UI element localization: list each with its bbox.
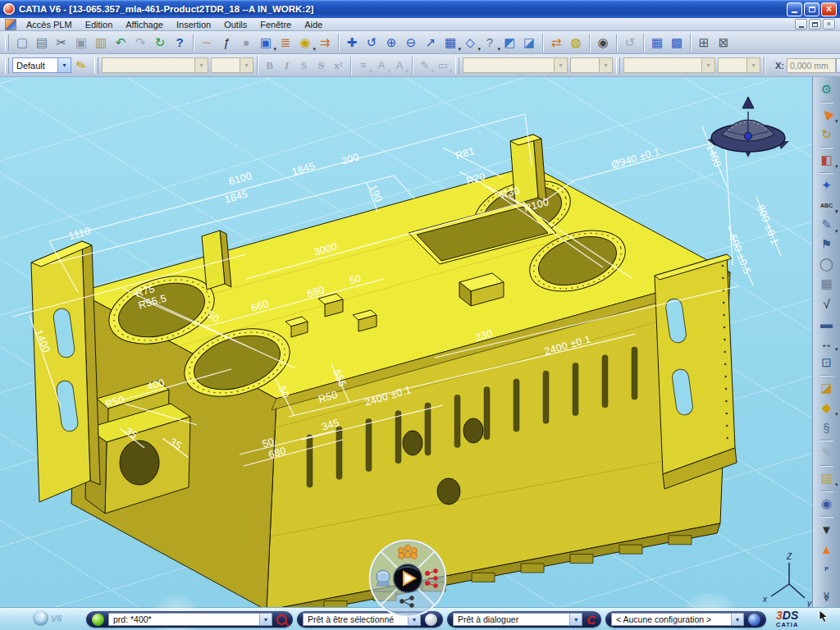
undo-icon[interactable]: ↶ (111, 33, 130, 52)
window-settings-icon[interactable]: ▣▾ (256, 33, 276, 52)
dimension-label[interactable]: 555 (331, 368, 348, 388)
dimension-label[interactable]: 1110 (67, 226, 92, 243)
normal-view-icon[interactable]: ↗ (421, 33, 441, 52)
dimension-label[interactable]: R20 (465, 171, 487, 187)
dimension-label[interactable]: 6100 (227, 170, 253, 187)
dimension-label[interactable]: R50 (317, 389, 340, 405)
dimension-label[interactable]: R81 (454, 145, 477, 162)
swap-visible-space-icon[interactable]: ↺ (620, 33, 640, 52)
chevron-down-icon[interactable]: ▾ (731, 614, 743, 625)
spinner-up-icon[interactable]: ▴ (837, 59, 840, 66)
grid-icon[interactable]: ▦ (647, 33, 667, 52)
menu-outils[interactable]: Outils (217, 20, 253, 30)
chevron-down-icon[interactable]: ▾ (57, 58, 71, 72)
x-spinner[interactable]: ▴▾ (836, 58, 840, 73)
dimension-label[interactable]: 680 (306, 284, 326, 299)
publish-icon[interactable]: ∼ (197, 33, 217, 52)
mdi-close-button[interactable]: × (823, 19, 835, 30)
cut-icon[interactable]: ✂ (52, 33, 71, 52)
dimension-label[interactable]: Ø940 ±0.1 (610, 146, 661, 171)
dimension-label[interactable]: 400 (146, 377, 167, 392)
rotate-view-icon[interactable]: ↺ (362, 33, 381, 52)
look-at-icon[interactable]: ◩ (500, 33, 519, 52)
paint-style-button[interactable]: ✎ (71, 56, 91, 75)
chevron-down-icon[interactable]: ▾ (259, 614, 272, 625)
x-coordinate-field[interactable]: 0,000 mm (787, 58, 836, 73)
dimension-label[interactable]: 50 (276, 385, 291, 400)
toolbar-gripper[interactable] (5, 34, 9, 51)
robot-compass-icon[interactable]: ⚙ (817, 80, 837, 99)
configuration-combobox[interactable]: < Aucune configuration > ▾ (611, 613, 744, 626)
update-icon[interactable]: ↻ (150, 33, 170, 52)
measure-item-icon[interactable]: ⊡ (817, 353, 837, 372)
document-icon[interactable] (5, 19, 16, 30)
dimension-label[interactable]: 200 (340, 151, 361, 167)
vplm-compass-wheel[interactable] (368, 538, 448, 619)
dimension-label[interactable]: 1845 (223, 188, 249, 205)
dimension-label[interactable]: R50 (104, 394, 126, 410)
dimension-label[interactable]: R100 (523, 196, 550, 214)
lock-icon[interactable]: ◉▾ (295, 33, 315, 52)
dimension-label[interactable]: R30 (500, 185, 522, 201)
modeling-quadrant-icon[interactable] (377, 570, 390, 586)
dimension-label[interactable]: 230 (474, 327, 495, 343)
expand-first-level-icon[interactable]: ⊞ (694, 33, 714, 52)
part-design-icon[interactable]: ◧▾ (817, 150, 837, 170)
dimension-label[interactable]: 2400 ±0.1 (363, 384, 413, 409)
ergonomics-icon[interactable]: ▲ (817, 539, 837, 559)
mass-properties-icon[interactable]: ◍ (566, 33, 586, 52)
notes-icon[interactable]: ▤▾ (817, 468, 837, 488)
snap-to-point-icon[interactable]: ▩ (667, 33, 687, 52)
toolbar-gripper[interactable] (616, 57, 620, 74)
dialog-status-combobox[interactable]: Prêt à dialoguer ▾ (453, 613, 582, 626)
slice-icon[interactable]: ◪ (817, 378, 837, 398)
close-button[interactable]: × (821, 2, 837, 16)
fly-mode-icon[interactable]: ◪ (519, 33, 539, 52)
select-icon[interactable]: ▶▾ (817, 105, 837, 125)
toolbar-gripper[interactable] (5, 57, 9, 74)
graph-tree-icon[interactable]: ≣ (276, 33, 295, 52)
manipulation-icon[interactable]: ◆▾ (817, 398, 837, 418)
stamp-icon[interactable]: ▦ (817, 274, 837, 294)
style-combobox[interactable]: Default ▾ (12, 57, 71, 73)
iso-view-icon[interactable]: ◇▾ (460, 33, 480, 52)
capture-icon[interactable]: ◉ (593, 33, 613, 52)
p-orb-icon[interactable] (748, 614, 760, 626)
copy-icon[interactable]: ▣ (71, 33, 91, 52)
rotate-object-icon[interactable]: ↻ (817, 125, 837, 144)
zoom-in-icon[interactable]: ⊕ (381, 33, 401, 52)
print-icon[interactable]: ▤ (32, 33, 52, 52)
chevron-down-icon[interactable]: ▾ (569, 614, 582, 625)
check-formula-icon[interactable]: √ (817, 294, 837, 313)
search-icon[interactable] (276, 614, 287, 625)
quick-view-icon[interactable]: ▦▾ (441, 33, 460, 52)
expand-all-levels-icon[interactable]: ⊠ (714, 33, 733, 52)
measure-between-icon[interactable]: ↔▾ (817, 333, 837, 353)
dimension-label[interactable]: 1400 (33, 328, 52, 354)
menu-aide[interactable]: Aide (298, 20, 329, 30)
dimension-label[interactable]: 35 (167, 436, 184, 452)
dimension-label[interactable]: 1400 (704, 143, 724, 169)
screen-icon[interactable]: ▬ (817, 313, 837, 333)
mdi-minimize-button[interactable] (795, 19, 807, 30)
toolbar-gripper[interactable] (455, 57, 459, 74)
measure-icon[interactable]: ⇄ (546, 33, 566, 52)
text-annotation-icon[interactable]: ABC▾ (817, 195, 837, 215)
3dvia-orb-icon[interactable] (92, 614, 104, 626)
powercopy-icon[interactable]: P (817, 559, 837, 578)
dimension-label[interactable]: 600 ±0.5 (727, 233, 753, 276)
learning-assistant-icon[interactable]: ✦ (817, 176, 837, 195)
dimension-label[interactable]: 2400 ±0.1 (543, 333, 592, 358)
what-is-this-icon[interactable]: ? (170, 33, 189, 52)
ellipse-icon[interactable]: ◯ (817, 254, 837, 274)
dimension-label[interactable]: 345 (321, 417, 341, 432)
exchange-icon[interactable]: ⇉ (315, 33, 335, 52)
marker-icon[interactable]: ⚑ (817, 235, 837, 254)
3d-viewport[interactable]: Z x y 61001845200184511101903000R81R20R3… (0, 77, 812, 607)
minimize-button[interactable] (787, 2, 802, 16)
dimension-label[interactable]: 1845 (290, 160, 317, 177)
spinner-down-icon[interactable]: ▾ (837, 66, 840, 72)
more-tools-chevron[interactable]: ≫ (821, 592, 832, 602)
restore-button[interactable] (804, 2, 819, 16)
dimension-label[interactable]: 50 (205, 308, 221, 325)
